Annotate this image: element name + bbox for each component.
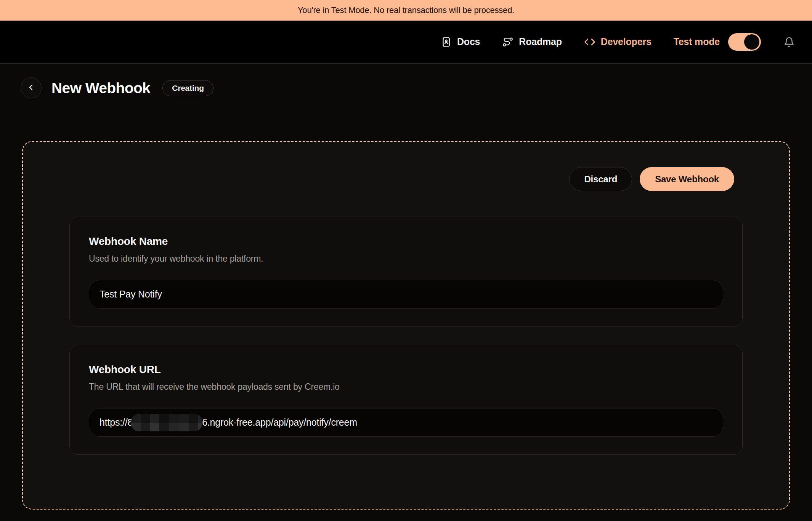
test-mode-toggle[interactable]	[728, 33, 761, 51]
nav-docs[interactable]: Docs	[440, 36, 480, 48]
webhook-name-title: Webhook Name	[89, 235, 723, 248]
webhook-url-suffix: 6.ngrok-free.app/api/pay/notify/creem	[202, 417, 357, 428]
webhook-url-title: Webhook URL	[89, 363, 723, 376]
back-button[interactable]	[21, 77, 42, 98]
bell-icon	[783, 36, 795, 48]
top-nav: Docs Roadmap Developers Test mode	[0, 21, 812, 64]
page-title: New Webhook	[51, 80, 150, 96]
toggle-knob	[744, 34, 759, 50]
webhook-url-prefix: https://8	[99, 417, 133, 428]
chevron-left-icon	[27, 83, 36, 93]
webhook-name-card: Webhook Name Used to identify your webho…	[69, 217, 743, 326]
nav-roadmap-label: Roadmap	[519, 36, 562, 47]
webhook-url-input[interactable]: https://86.ngrok-free.app/api/pay/notify…	[89, 408, 723, 437]
status-badge: Creating	[162, 80, 213, 96]
route-icon	[502, 36, 514, 48]
webhook-url-card: Webhook URL The URL that will receive th…	[69, 345, 743, 455]
test-mode-label: Test mode	[674, 36, 720, 47]
notifications-button[interactable]	[783, 36, 795, 48]
redacted-blur-patch	[131, 414, 202, 431]
form-actions: Discard Save Webhook	[23, 167, 734, 191]
code-brackets-icon	[584, 36, 595, 48]
discard-button[interactable]: Discard	[569, 167, 632, 191]
test-mode-banner: You're in Test Mode. No real transaction…	[0, 0, 812, 21]
webhook-name-value: Test Pay Notify	[99, 289, 162, 300]
webhook-url-description: The URL that will receive the webhook pa…	[89, 382, 723, 392]
docs-book-icon	[440, 36, 452, 48]
nav-developers-label: Developers	[601, 36, 652, 47]
webhook-name-input[interactable]: Test Pay Notify	[89, 280, 723, 309]
test-mode-group: Test mode	[674, 33, 761, 51]
nav-roadmap[interactable]: Roadmap	[502, 36, 562, 48]
webhook-name-description: Used to identify your webhook in the pla…	[89, 254, 723, 264]
page-header: New Webhook Creating	[21, 77, 812, 98]
webhook-form-container: Discard Save Webhook Webhook Name Used t…	[22, 141, 790, 510]
test-mode-banner-text: You're in Test Mode. No real transaction…	[298, 5, 514, 15]
nav-developers[interactable]: Developers	[584, 36, 652, 48]
nav-docs-label: Docs	[457, 36, 480, 47]
save-webhook-button[interactable]: Save Webhook	[640, 167, 734, 191]
